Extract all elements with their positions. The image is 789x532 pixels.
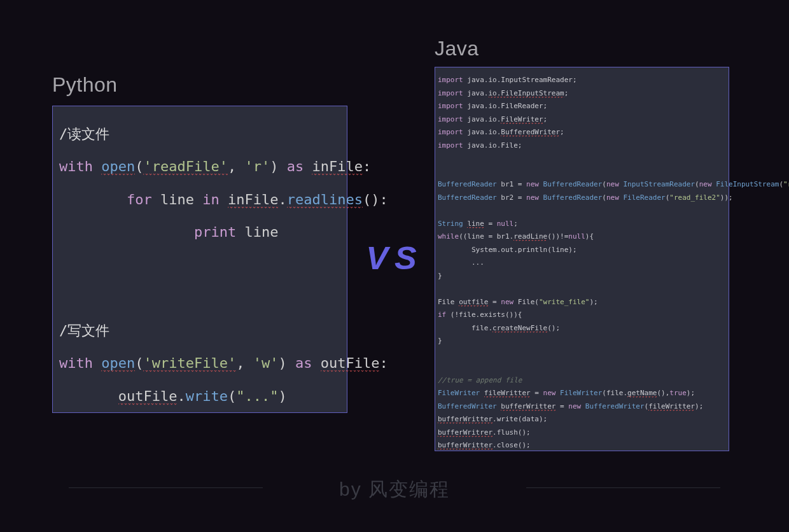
jv-blank-b	[438, 165, 725, 179]
jv-import-1: import java.io.InputStreamReader;	[438, 74, 725, 87]
jv-blank-c	[438, 204, 725, 218]
py-line-open-write: with open('writeFile', 'w') as outFile:	[59, 347, 342, 379]
java-title: Java	[435, 37, 479, 60]
jv-if-close: }	[438, 335, 725, 348]
jv-while: while((line = br1.readLine())!=null){	[438, 230, 725, 244]
jv-import-3: import java.io.FileReader;	[438, 100, 725, 113]
jv-write: bufferWritter.write(data);	[438, 413, 725, 426]
jv-blank-e	[438, 348, 725, 361]
jv-import-2: import java.io.FileInputStream;	[438, 87, 725, 101]
py-line-for: for line in inFile.readlines():	[59, 183, 342, 216]
py-line-print: print line	[59, 216, 342, 248]
jv-while-close: }	[438, 270, 725, 283]
jv-if: if (!file.exists()){	[438, 309, 725, 322]
py-blank-2	[59, 281, 342, 314]
jv-import-5: import java.io.BufferedWriter;	[438, 126, 725, 139]
python-code-box: /读文件 with open('readFile', 'r') as inFil…	[52, 106, 347, 413]
jv-if-body: file.createNewFile();	[438, 322, 725, 335]
jv-string-line: String line = null;	[438, 218, 725, 231]
jv-br1: BufferedReader br1 = new BufferedReader(…	[438, 178, 725, 192]
py-line-write: outFile.write("...")	[59, 380, 342, 412]
jv-blank-d	[438, 283, 725, 296]
divider-left	[69, 487, 263, 488]
py-line-open-read: with open('readFile', 'r') as inFile:	[59, 150, 342, 183]
jv-bufferedwriter: BufferedWriter bufferWritter = new Buffe…	[438, 400, 725, 414]
jv-file: File outfile = new File("write_file");	[438, 296, 725, 309]
py-comment-read: /读文件	[59, 118, 342, 150]
jv-import-4: import java.io.FileWriter;	[438, 113, 725, 127]
jv-br2: BufferedReader br2 = new BufferedReader(…	[438, 192, 725, 205]
divider-right	[526, 487, 720, 488]
py-blank-1	[59, 249, 342, 281]
jv-while-body: System.out.println(line);	[438, 244, 725, 257]
jv-while-dots: ...	[438, 256, 725, 270]
credit-label: by 风变编程	[339, 477, 450, 503]
java-code-box: import java.io.InputStreamReader; import…	[435, 67, 729, 451]
jv-blank-f	[438, 361, 725, 374]
jv-close: bufferWritter.close();	[438, 439, 725, 452]
vs-label: VS	[366, 241, 422, 277]
jv-flush: bufferWritrer.flush();	[438, 426, 725, 440]
py-comment-write: /写文件	[59, 314, 342, 347]
jv-filewriter: FileWriter fileWritter = new FileWriter(…	[438, 387, 725, 400]
jv-import-6: import java.io.File;	[438, 139, 725, 153]
python-title: Python	[52, 73, 118, 97]
jv-blank-a	[438, 152, 725, 165]
jv-comment: //true = append file	[438, 374, 725, 388]
